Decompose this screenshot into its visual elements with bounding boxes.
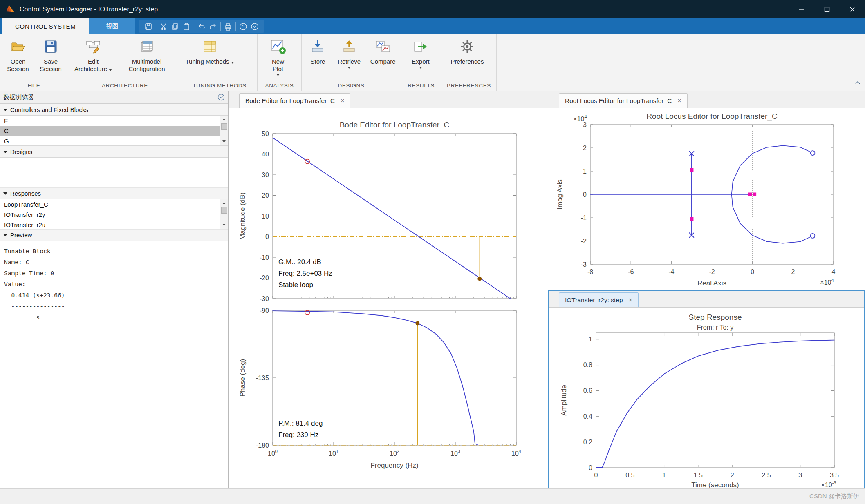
open-session-button[interactable]: Open Session — [3, 37, 33, 73]
tab-bode-editor[interactable]: Bode Editor for LoopTransfer_C × — [239, 93, 350, 108]
svg-text:Step Response: Step Response — [689, 313, 742, 321]
controllers-list: F C G — [0, 116, 228, 146]
svg-text:0: 0 — [751, 268, 754, 275]
designs-list[interactable] — [0, 158, 228, 187]
maximize-button[interactable] — [814, 0, 840, 18]
list-item[interactable]: G — [0, 136, 220, 146]
tab-label: Bode Editor for LoopTransfer_C — [245, 97, 335, 105]
section-header-controllers[interactable]: Controllers and Fixed Blocks — [0, 104, 228, 116]
svg-text:×104: ×104 — [820, 278, 834, 286]
scroll-up-icon[interactable] — [220, 116, 229, 123]
list-item[interactable]: IOTransfer_r2u — [0, 220, 220, 229]
undo-button[interactable] — [196, 21, 207, 32]
svg-text:Frequency (Hz): Frequency (Hz) — [370, 462, 418, 469]
cut-button[interactable] — [158, 21, 169, 32]
svg-text:-10: -10 — [260, 254, 269, 261]
section-header-preview[interactable]: Preview — [0, 229, 228, 241]
svg-text:-3: -3 — [581, 261, 587, 268]
export-button[interactable]: Export — [404, 37, 437, 69]
svg-text:4: 4 — [832, 268, 836, 275]
svg-text:10: 10 — [262, 213, 269, 220]
list-item[interactable]: IOTransfer_r2y — [0, 210, 220, 220]
save-session-icon — [43, 38, 59, 56]
section-header-responses[interactable]: Responses — [0, 187, 228, 199]
preferences-gear-icon — [459, 38, 475, 56]
panel-menu-button[interactable] — [217, 94, 225, 101]
ribbon-toolbar: Open Session Save Session FILE Edit Arch… — [0, 34, 865, 91]
section-label: Controllers and Fixed Blocks — [10, 106, 88, 113]
preferences-button[interactable]: Preferences — [445, 37, 490, 65]
button-label: Tuning Methods — [185, 58, 229, 65]
tab-close-icon[interactable]: × — [629, 297, 632, 304]
button-label: Open Session — [7, 58, 29, 72]
quick-access-toolbar: ? — [139, 20, 264, 33]
scroll-up-icon[interactable] — [220, 199, 229, 207]
list-item-selected[interactable]: C — [0, 126, 220, 136]
dropdown-caret-icon — [276, 74, 280, 76]
minimize-button[interactable] — [789, 0, 814, 18]
watermark-text: CSDN @卡洛斯伊 — [809, 493, 859, 500]
dropdown-caret-icon — [109, 69, 112, 71]
qat-menu-button[interactable] — [249, 21, 260, 32]
tab-view[interactable]: 视图 — [89, 18, 135, 34]
list-item[interactable]: LoopTransfer_C — [0, 199, 220, 210]
tuning-methods-button[interactable]: Tuning Methods — [185, 37, 234, 65]
tab-close-icon[interactable]: × — [677, 97, 681, 105]
step-response-panel: IOTransfer_r2y: step × Step ResponseFrom… — [548, 290, 865, 488]
svg-text:101: 101 — [329, 449, 338, 457]
svg-text:-8: -8 — [587, 268, 593, 275]
dropdown-caret-icon — [419, 67, 422, 69]
close-button[interactable] — [840, 0, 865, 18]
svg-text:Freq: 2.5e+03 Hz: Freq: 2.5e+03 Hz — [278, 270, 332, 277]
print-button[interactable] — [222, 21, 234, 32]
store-button[interactable]: Store — [305, 37, 331, 65]
svg-text:Real Axis: Real Axis — [697, 279, 726, 287]
scrollbar-thumb[interactable] — [221, 207, 227, 214]
list-item[interactable]: F — [0, 116, 220, 126]
svg-text:Freq: 239 Hz: Freq: 239 Hz — [278, 431, 318, 439]
step-response-canvas[interactable]: Step ResponseFrom: r To: y00.511.522.533… — [548, 308, 865, 488]
edit-architecture-button[interactable]: Edit Architecture — [72, 37, 115, 73]
compare-button[interactable]: Compare — [368, 37, 398, 65]
svg-text:40: 40 — [262, 151, 269, 158]
data-browser-header: 数据浏览器 — [0, 91, 228, 104]
scrollbar-thumb[interactable] — [221, 123, 227, 130]
redo-button[interactable] — [207, 21, 219, 32]
button-label: Store — [310, 58, 325, 65]
new-plot-button[interactable]: New Plot — [261, 37, 295, 76]
svg-text:Stable loop: Stable loop — [278, 281, 313, 289]
ribbon-group-label: ARCHITECTURE — [68, 83, 182, 89]
svg-text:2: 2 — [583, 145, 587, 152]
scrollbar[interactable] — [220, 116, 228, 145]
collapse-ribbon-button[interactable] — [854, 78, 862, 87]
paste-button[interactable] — [181, 21, 192, 32]
dropdown-caret-icon — [231, 62, 234, 64]
tab-close-icon[interactable]: × — [341, 97, 344, 105]
section-header-designs[interactable]: Designs — [0, 146, 228, 158]
svg-text:100: 100 — [268, 449, 278, 457]
scrollbar[interactable] — [220, 199, 228, 229]
toolbar-separator — [220, 22, 221, 31]
ribbon-group-label: TUNING METHODS — [182, 83, 257, 89]
svg-text:0.5: 0.5 — [625, 472, 634, 479]
dropdown-caret-icon — [347, 67, 351, 69]
section-collapse-icon — [3, 234, 7, 236]
save-session-button[interactable]: Save Session — [36, 37, 65, 73]
tab-step-response[interactable]: IOTransfer_r2y: step × — [559, 292, 639, 307]
help-button[interactable]: ? — [238, 21, 249, 32]
bode-plot-canvas[interactable]: Bode Editor for LoopTransfer_C5040302010… — [229, 108, 548, 488]
minimize-icon — [799, 7, 804, 12]
tab-control-system[interactable]: CONTROL SYSTEM — [2, 18, 89, 34]
svg-text:30: 30 — [262, 172, 269, 178]
root-locus-canvas[interactable]: Root Locus Editor for LoopTransfer_C-8-6… — [548, 108, 865, 290]
quick-save-button[interactable] — [143, 21, 154, 32]
copy-button[interactable] — [169, 21, 181, 32]
multimodel-configuration-button[interactable]: Multimodel Configuration — [118, 37, 175, 73]
retrieve-button[interactable]: Retrieve — [334, 37, 365, 69]
scroll-down-icon[interactable] — [220, 221, 229, 229]
tab-root-locus[interactable]: Root Locus Editor for LoopTransfer_C × — [559, 93, 688, 108]
svg-text:102: 102 — [390, 449, 399, 457]
scroll-down-icon[interactable] — [220, 138, 229, 145]
ribbon-group-label: PREFERENCES — [441, 83, 496, 89]
window-title: Control System Designer - IOTransfer_r2y… — [20, 6, 158, 13]
